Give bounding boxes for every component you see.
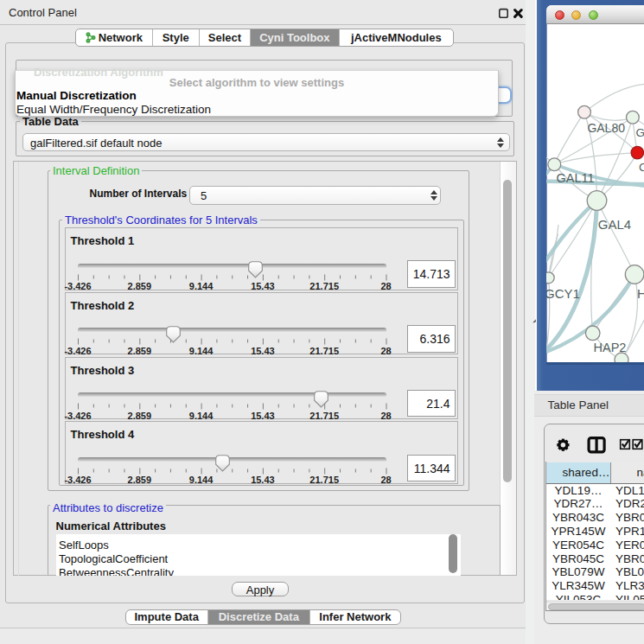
- svg-text:CR: CR: [639, 161, 644, 174]
- svg-text:GA: GA: [635, 126, 644, 139]
- svg-text:HAP2: HAP2: [593, 341, 626, 354]
- svg-text:GAL11: GAL11: [556, 170, 594, 184]
- svg-text:GCY1: GCY1: [546, 285, 580, 300]
- svg-text:HI: HI: [637, 286, 644, 301]
- svg-text:GAL4: GAL4: [597, 217, 630, 232]
- svg-text:GAL80: GAL80: [587, 120, 625, 134]
